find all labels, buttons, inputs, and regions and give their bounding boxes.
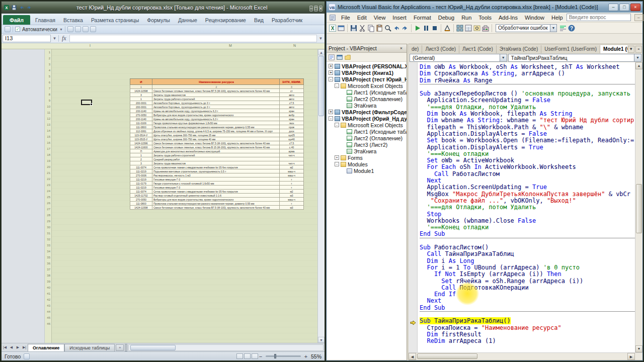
menu-view[interactable]: View: [370, 14, 389, 22]
scroll-down-icon[interactable]: ▼: [318, 337, 325, 343]
code-text[interactable]: Dim oWb As Workbook, oSh As Worksheet, s…: [418, 62, 635, 352]
table-row[interactable]: 3Затраты труда машинистовчел-ч: [130, 161, 304, 165]
code-line-38[interactable]: [420, 311, 635, 318]
run-icon[interactable]: [414, 24, 422, 32]
ribbon-tab-7[interactable]: Рецензирование: [201, 15, 250, 25]
chevron-down-icon[interactable]: ▼: [59, 28, 63, 31]
minimize-icon[interactable]: –: [608, 4, 618, 11]
reset-icon[interactable]: [431, 24, 439, 32]
tree-expander-icon[interactable]: +: [335, 155, 339, 160]
scrollbar-thumb[interactable]: [636, 184, 642, 233]
first-sheet-icon[interactable]: |◀: [2, 345, 8, 349]
scrollbar-thumb[interactable]: [130, 345, 176, 350]
restore-icon[interactable]: □: [619, 4, 629, 11]
row-header-26[interactable]: 26: [45, 200, 51, 206]
code-line-23[interactable]: Stop: [420, 211, 635, 218]
break-icon[interactable]: [422, 24, 430, 32]
code-line-5[interactable]: Sub аЗапускПереборЛистов () 'основная пр…: [420, 90, 635, 97]
paste-icon[interactable]: [375, 24, 383, 32]
object-browser-icon[interactable]: [473, 24, 481, 32]
table-row[interactable]: 200-0001Автомобили бортовые, грузоподъем…: [130, 105, 304, 109]
column-header-N[interactable]: N: [293, 44, 296, 47]
scroll-up-icon[interactable]: ▲: [318, 49, 325, 55]
row-header-12[interactable]: 12: [45, 116, 51, 122]
tree-expander-icon[interactable]: -: [335, 123, 339, 127]
table-row[interactable]: 2Средний разряд работ: [130, 157, 304, 161]
row-headers[interactable]: 1234567891011121314151617181920212223242…: [45, 49, 52, 343]
row-header-23[interactable]: 23: [45, 182, 51, 188]
row-header-24[interactable]: 24: [45, 188, 51, 194]
calc-mode-icon[interactable]: [5, 26, 11, 32]
row-header-18[interactable]: 18: [45, 152, 51, 158]
code-line-1[interactable]: Dim oWb As Workbook, oSh As Worksheet, s…: [420, 64, 635, 70]
excel-logo-icon[interactable]: X: [4, 5, 10, 11]
redo-icon[interactable]: [26, 5, 32, 11]
table-row[interactable]: 270-0050Вибраторы для всех видов строите…: [130, 198, 304, 202]
code-line-28[interactable]: Sub РаботасЛистом(): [420, 244, 635, 251]
code-line-7[interactable]: '===для Отладки, потом Удалить: [420, 104, 635, 111]
maximize-icon[interactable]: □: [314, 6, 317, 12]
tree-item-6[interactable]: Лист2 (Оглавление): [327, 96, 407, 102]
row-header-13[interactable]: 13: [45, 122, 51, 128]
formula-input[interactable]: [69, 35, 317, 42]
row-header-5[interactable]: 5: [45, 73, 51, 79]
tab-list-dropdown-icon[interactable]: ▼: [628, 46, 634, 53]
code-line-40[interactable]: СтрокаПоиска = "Наименование ресурса": [420, 325, 635, 331]
chevron-down-icon[interactable]: ▼: [500, 54, 507, 61]
row-header-41[interactable]: 41: [45, 291, 51, 297]
column-header-M[interactable]: M: [229, 44, 232, 47]
table-row[interactable]: 1425-11702Раствор готовый отделочный цем…: [130, 194, 304, 198]
trace-icon[interactable]: [83, 26, 89, 32]
table-row[interactable]: 200-0001Автомобили бортовые, грузоподъем…: [130, 101, 304, 105]
table-row[interactable]: 111-0169Гвозди проволочные круглые формо…: [130, 121, 304, 125]
ribbon-tab-8[interactable]: Вид: [250, 15, 268, 25]
help-icon[interactable]: ?: [568, 24, 576, 32]
code-line-35[interactable]: End If: [420, 291, 635, 298]
tree-item-17[interactable]: Module1: [327, 167, 407, 174]
scroll-right-icon[interactable]: ▶: [627, 353, 635, 360]
close-tab-icon[interactable]: ×: [635, 46, 642, 53]
calc-options-icon[interactable]: [67, 26, 73, 32]
code-line-14[interactable]: '===Конец отладки: [420, 151, 635, 157]
table-row[interactable]: ПАрматура для монолитных железобетонных …: [130, 149, 304, 153]
toolbox-icon[interactable]: [481, 24, 490, 32]
table-row[interactable]: 1424-11598Смеси бетонные готовые тяжелые…: [130, 206, 304, 210]
undo-icon[interactable]: [19, 5, 25, 11]
row-header-30[interactable]: 30: [45, 224, 51, 230]
checkbox-icon[interactable]: ✓: [15, 27, 20, 32]
excel-horizontal-scrollbar[interactable]: [128, 344, 324, 351]
tree-item-10[interactable]: -Microsoft Excel Objects: [327, 122, 407, 128]
code-horizontal-scrollbar[interactable]: ◀ ▶: [409, 352, 642, 360]
tree-expander-icon[interactable]: +: [329, 64, 333, 68]
view-code-icon[interactable]: [328, 54, 335, 61]
code-line-31[interactable]: For i = 1 To UBound (arrАдреса) 'в 0 пус…: [420, 264, 635, 271]
row-header-35[interactable]: 35: [45, 254, 51, 260]
table-row[interactable]: 1424-11596Смеси бетонные готовые тяжелые…: [130, 141, 304, 145]
close-icon[interactable]: ×: [319, 6, 323, 12]
error-handlers-combo[interactable]: Обработчики ошибок ▼: [496, 24, 557, 32]
menu-tools[interactable]: Tools: [475, 14, 495, 22]
code-line-24[interactable]: Workbooks (wbname).Close False: [420, 218, 635, 224]
row-header-37[interactable]: 37: [45, 266, 51, 273]
row-header-31[interactable]: 31: [45, 230, 51, 236]
code-line-41[interactable]: Dim firstResult: [420, 331, 635, 338]
code-tab-3[interactable]: Лист1 (Code): [459, 45, 497, 53]
row-header-9[interactable]: 9: [45, 98, 51, 104]
menu-window[interactable]: Window: [521, 14, 548, 22]
procedure-combo[interactable]: ТайнаПризРакаТаблиц ▼: [508, 54, 641, 62]
code-margin[interactable]: [409, 62, 418, 352]
next-sheet-icon[interactable]: ▶: [15, 345, 21, 349]
ribbon-tab-6[interactable]: Данные: [174, 15, 201, 25]
menu-edit[interactable]: Edit: [354, 14, 370, 22]
column-header-I[interactable]: I: [90, 44, 91, 47]
row-header-44[interactable]: 44: [45, 309, 51, 315]
code-line-2[interactable]: Dim СтрокаПоиска As String, arrАдреса (): [420, 70, 635, 77]
calc-auto-label[interactable]: Автоматически: [22, 27, 57, 32]
ribbon-tab-9[interactable]: Разработчик: [268, 15, 306, 25]
code-line-20[interactable]: MsgBox "Макрос ДублиТретьяКолонкаПустая …: [420, 191, 635, 198]
table-row[interactable]: 1Затраты труда рабочих-строителейчел-ч: [130, 153, 304, 157]
minimize-icon[interactable]: –: [309, 6, 313, 12]
menu-add-ins[interactable]: Add-Ins: [495, 14, 521, 22]
code-line-42[interactable]: ReDim arrАдреса (1): [420, 338, 635, 344]
code-line-33[interactable]: Set rЯчейка = oSh.Range (arrАдреса (i)): [420, 278, 635, 285]
